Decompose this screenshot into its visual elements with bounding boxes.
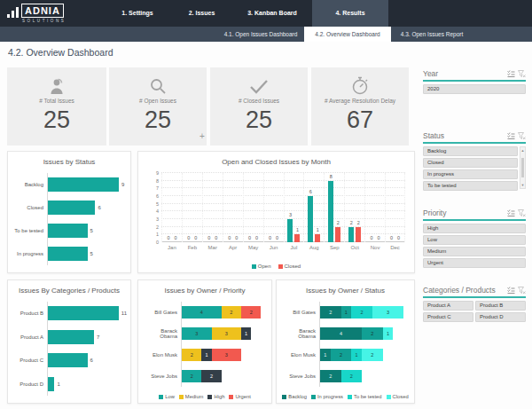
bar: [48, 247, 88, 261]
plus-cursor-artifact: +: [200, 131, 205, 141]
x-tick-label: Feb: [183, 245, 202, 250]
subtab-open-issues-report[interactable]: 4.3. Open Issues Report: [391, 27, 473, 42]
data-label: 0: [187, 235, 190, 240]
slicer-item-closed[interactable]: Closed: [423, 158, 518, 168]
stack-segment-to-be-tested: 2: [351, 306, 372, 319]
page-title: 4.2. Overview Dashboard: [8, 47, 113, 58]
category-label: Product C: [12, 358, 47, 363]
slicer-title: Year: [423, 69, 505, 78]
x-tick-label: Sep: [325, 245, 344, 250]
kpi-label: # Closed Issues: [210, 98, 308, 104]
stack-segment-urgent: 2: [241, 306, 261, 319]
category-label: Backlog: [12, 182, 47, 187]
scroll-up-arrow[interactable]: ▲: [520, 148, 525, 153]
clear-filter-icon[interactable]: [518, 209, 526, 217]
person-icon: [7, 75, 106, 97]
kpi-average-resolution-delay: # Average Resolution Delay 67: [311, 67, 409, 146]
slicer-items: 2020: [423, 84, 526, 94]
column-bar-closed: [315, 234, 320, 242]
bar-row: Product C6: [12, 349, 127, 373]
bar-row: Closed6: [12, 196, 127, 219]
data-label: 2: [357, 220, 360, 225]
scroll-down-arrow[interactable]: ▼: [520, 183, 525, 187]
month-column: 00Dec: [385, 173, 405, 242]
clear-filter-icon[interactable]: [518, 132, 526, 140]
slicer-item-urgent[interactable]: Urgent: [423, 258, 526, 268]
bar-row: Product B11: [12, 302, 127, 326]
clear-filter-icon[interactable]: [518, 70, 526, 78]
open-closed-by-month-chart: 012345678900Jan00Feb00Mar00Apr00May00Jun…: [161, 173, 405, 242]
stack-segment-medium: 2: [222, 306, 241, 319]
stack-segment-backlog: 4: [320, 327, 362, 340]
bar-row: Backlog9: [12, 173, 127, 196]
subtab-open-issues-dashboard[interactable]: 4.1. Open Issues Dashboard: [217, 27, 304, 42]
bar-row: Steve Jobs22: [142, 366, 266, 387]
bar: [48, 201, 95, 215]
multiselect-icon[interactable]: [507, 132, 515, 139]
slicer-item-2020[interactable]: 2020: [423, 84, 526, 94]
slicer-item-product-c[interactable]: Product C: [423, 312, 473, 322]
legend-item: Low: [159, 394, 175, 399]
chart-title: Issues by Status: [8, 152, 130, 166]
slicer-header: Status: [423, 131, 526, 144]
slicer-item-in-progress[interactable]: In progress: [423, 169, 518, 179]
top-navbar: ADNIA SOLUTIONS 1. Settings 2. Issues 3.…: [0, 0, 532, 27]
month-column: 00Feb: [182, 173, 202, 242]
data-label: 1: [317, 227, 319, 232]
slicer-item-product-d[interactable]: Product D: [475, 312, 526, 322]
issues-by-owner-priority-chart: Bill Gates422Barack Obama331Elon Musk213…: [142, 302, 266, 387]
slicer-scrollbar[interactable]: ▲▼: [520, 146, 526, 189]
bar-row: Elon Musk1212: [280, 344, 409, 366]
column-bar-open: [328, 181, 333, 242]
tab-issues[interactable]: 2. Issues: [177, 0, 226, 27]
x-tick-label: Jul: [285, 245, 304, 250]
data-label: 0: [174, 235, 176, 240]
slicer-item-product-b[interactable]: Product B: [475, 301, 526, 311]
value-label: 5: [88, 228, 93, 233]
value-label: 7: [94, 334, 99, 340]
stack-segment-closed: 2: [362, 349, 383, 361]
legend-swatch: [229, 395, 233, 399]
legend-swatch: [159, 395, 163, 399]
month-column: 00Nov: [364, 173, 385, 242]
multiselect-icon[interactable]: [507, 287, 515, 294]
stack-segment-in-progress: 2: [362, 327, 383, 340]
multiselect-icon[interactable]: [507, 209, 515, 216]
slicer-item-medium[interactable]: Medium: [423, 247, 526, 256]
stopwatch-icon: [311, 75, 409, 97]
multiselect-icon[interactable]: [507, 70, 515, 77]
slicer-sidebar: Year2020StatusBacklogClosedIn progressTo…: [423, 53, 526, 406]
kpi-label: # Average Resolution Delay: [311, 98, 409, 104]
magnifier-icon: [109, 75, 207, 97]
scroll-thumb[interactable]: [521, 158, 524, 177]
tab-results[interactable]: 4. Results: [312, 0, 388, 27]
stack-segment-urgent: 3: [212, 349, 242, 361]
category-label: Elon Musk: [142, 352, 181, 358]
bar-row: Product D1: [12, 373, 127, 397]
slicer-item-product-a[interactable]: Product A: [423, 301, 473, 311]
data-label: 0: [269, 235, 271, 240]
data-label: 8: [330, 174, 332, 179]
legend-item: Medium: [179, 394, 204, 399]
legend-item: In progress: [311, 394, 343, 399]
logo-sub-text: SOLUTIONS: [22, 19, 66, 23]
tab-kanban-board[interactable]: 3. Kanban Board: [238, 0, 307, 27]
clear-filter-icon[interactable]: [518, 287, 526, 295]
x-tick-label: Oct: [345, 245, 364, 250]
slicer-item-low[interactable]: Low: [423, 235, 526, 245]
slicer-item-to-be-tested[interactable]: To be tested: [423, 181, 518, 191]
slicer-header: Priority: [423, 208, 526, 221]
legend-swatch: [348, 395, 352, 399]
value-label: 11: [119, 311, 127, 316]
legend-item: Closed: [278, 263, 301, 269]
data-label: 0: [390, 235, 393, 240]
y-tick-label: 6: [156, 193, 159, 199]
panel-open-closed-by-month: Open and Closed Issues by Month 01234567…: [137, 151, 415, 273]
column-bar-closed: [335, 227, 340, 242]
slicer-item-high[interactable]: High: [423, 224, 526, 233]
tab-settings[interactable]: 1. Settings: [111, 0, 164, 27]
column-bar-closed: [356, 227, 361, 242]
kpi-value: 25: [109, 106, 207, 134]
subtab-overview-dashboard[interactable]: 4.2. Overview Dashboard: [304, 27, 391, 42]
slicer-item-backlog[interactable]: Backlog: [423, 146, 518, 156]
